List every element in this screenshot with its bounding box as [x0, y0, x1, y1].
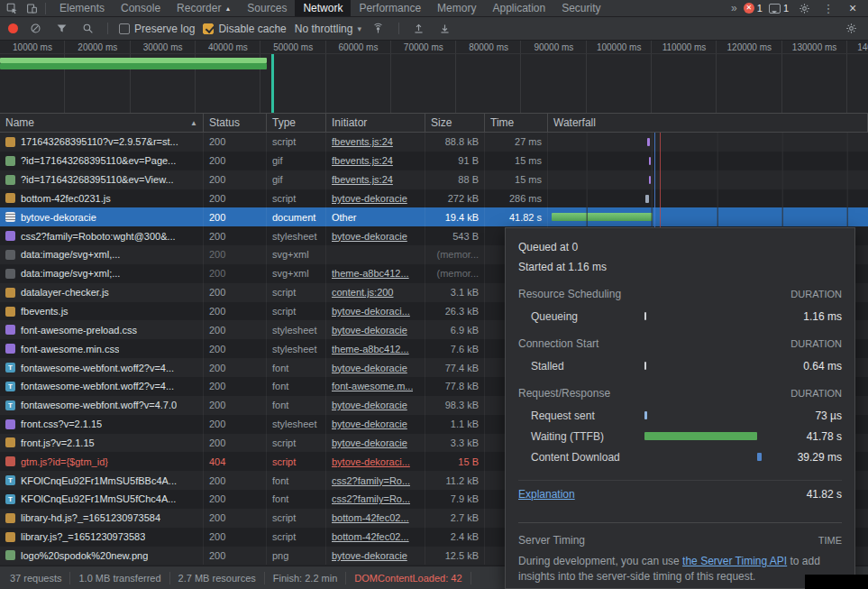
started-at-line: Started at 1.16 ms [518, 257, 842, 277]
initiator-link[interactable]: content.js:200 [332, 287, 394, 298]
tab-recorder[interactable]: Recorder▲ [169, 0, 239, 16]
column-header-waterfall[interactable]: Waterfall [548, 114, 868, 132]
initiator-link[interactable]: fbevents.js:24 [332, 174, 393, 185]
record-button[interactable] [8, 23, 18, 33]
size-cell: 7.6 kB [425, 339, 485, 358]
disable-cache-label: Disable cache [218, 23, 286, 35]
initiator-link[interactable]: fbevents.js:24 [332, 155, 393, 166]
table-row[interactable]: 171643268395110?v=2.9.57&r=st...200scrip… [0, 133, 868, 152]
column-header-name[interactable]: Name▲ [0, 114, 204, 132]
initiator-link[interactable]: fbevents.js:24 [332, 136, 393, 147]
script-file-icon [5, 513, 15, 523]
initiator-link[interactable]: theme-a8bc412... [332, 268, 409, 279]
throttling-select[interactable]: No throttling ▾ [295, 23, 361, 35]
status-cell: 200 [204, 264, 267, 283]
network-conditions-icon[interactable] [370, 17, 388, 40]
tab-application[interactable]: Application [484, 0, 553, 16]
more-menu-icon[interactable]: ⋮ [819, 0, 837, 16]
column-header-size[interactable]: Size [425, 114, 485, 132]
issues-count-badge[interactable]: 1 [769, 3, 789, 14]
close-devtools-icon[interactable]: × [844, 0, 862, 16]
type-cell: font [267, 490, 326, 509]
column-header-time[interactable]: Time [485, 114, 548, 132]
tab-memory[interactable]: Memory [429, 0, 484, 16]
type-cell: script [267, 434, 326, 453]
font-file-icon: T [5, 400, 15, 410]
tab-strip: ElementsConsoleRecorder▲SourcesNetworkPe… [51, 0, 609, 16]
initiator-link[interactable]: bytove-dekoracie [332, 231, 407, 242]
timeline-tick-label: 100000 ms [587, 42, 652, 52]
column-header-status[interactable]: Status [204, 114, 267, 132]
table-row[interactable]: ?id=171643268395110&ev=View...200giffbev… [0, 170, 868, 189]
status-item: 2.7 MB resources [170, 572, 265, 584]
initiator-link[interactable]: bytove-dekoracie [332, 550, 407, 561]
tab-performance[interactable]: Performance [351, 0, 429, 16]
type-cell: stylesheet [267, 226, 326, 245]
timeline-overview[interactable] [0, 54, 868, 113]
name-cell: ?id=171643268395110&ev=Page... [0, 152, 204, 170]
inspect-element-icon[interactable] [3, 0, 21, 16]
divider [107, 23, 108, 34]
initiator-cell: bottom-42fec02... [326, 528, 425, 547]
column-header-type[interactable]: Type [267, 114, 326, 132]
tab-elements[interactable]: Elements [51, 0, 113, 16]
initiator-link[interactable]: bytove-dekoracie [332, 400, 407, 410]
initiator-link[interactable]: bytove-dekoracie [332, 193, 407, 204]
status-cell: 200 [204, 358, 267, 377]
initiator-link[interactable]: theme-a8bc412... [332, 344, 409, 354]
tab-security[interactable]: Security [553, 0, 608, 16]
request-name: font-awesome-preload.css [21, 325, 137, 336]
import-har-icon[interactable] [410, 17, 428, 40]
explanation-link[interactable]: Explanation [518, 488, 575, 501]
tab-console[interactable]: Console [113, 0, 169, 16]
error-count-badge[interactable]: ✕ 1 [744, 3, 763, 14]
size-cell: 3.1 kB [425, 283, 485, 302]
type-cell: script [267, 189, 326, 208]
network-settings-gear-icon[interactable] [842, 17, 860, 40]
initiator-link[interactable]: bytove-dekoracie [332, 437, 407, 448]
table-row[interactable]: bottom-42fec0231.js200scriptbytove-dekor… [0, 189, 868, 208]
note-text-prefix: During development, you can use [518, 555, 682, 567]
initiator-link[interactable]: bytove-dekoracie [332, 325, 407, 336]
overflow-chevron-icon[interactable]: » [731, 2, 737, 14]
initiator-link[interactable]: bytove-dekoracie [332, 363, 407, 373]
time-cell: 286 ms [485, 189, 548, 208]
name-cell: css2?family=Roboto:wght@300&... [0, 226, 204, 245]
initiator-cell: fbevents.js:24 [326, 133, 425, 152]
error-count: 1 [757, 3, 763, 14]
tab-sources[interactable]: Sources [239, 0, 295, 16]
filter-icon[interactable] [52, 17, 70, 40]
initiator-link[interactable]: css2?family=Ro... [332, 493, 410, 504]
status-cell: 200 [204, 490, 267, 509]
phase-duration: 39.29 ms [762, 451, 842, 464]
initiator-link[interactable]: bottom-42fec02... [332, 512, 409, 523]
image-file-icon [5, 175, 15, 185]
name-cell: bottom-42fec0231.js [0, 189, 204, 208]
initiator-link[interactable]: css2?family=Ro... [332, 475, 410, 486]
popup-section-title: Resource Scheduling [518, 288, 621, 300]
request-name: data:image/svg+xml;... [21, 268, 120, 279]
preserve-log-checkbox[interactable]: Preserve log [119, 23, 195, 35]
initiator-link[interactable]: bytove-dekoracie [332, 419, 407, 429]
network-overview-timeline[interactable]: 10000 ms20000 ms30000 ms40000 ms50000 ms… [0, 41, 868, 114]
initiator-link[interactable]: bytove-dekoraci... [332, 306, 410, 317]
svg-file-icon [5, 250, 15, 260]
initiator-link[interactable]: bytove-dekoraci... [332, 456, 410, 467]
table-row[interactable]: bytove-dekoracie200documentOther19.4 kB4… [0, 207, 868, 226]
clear-network-log-icon[interactable] [26, 17, 44, 40]
initiator-link[interactable]: bottom-42fec02... [332, 531, 409, 542]
column-header-label: Size [431, 116, 452, 129]
server-timing-api-link[interactable]: the Server Timing API [682, 555, 787, 567]
column-header-initiator[interactable]: Initiator [326, 114, 425, 132]
search-icon[interactable] [78, 17, 96, 40]
name-cell: TKFOlCnqEu92Fr1MmSU5fBBc4A... [0, 471, 204, 490]
name-cell: Tfontawesome-webfont.woff?v=4.7.0 [0, 396, 204, 415]
disable-cache-checkbox[interactable]: Disable cache [203, 23, 286, 35]
request-name: data:image/svg+xml,... [21, 249, 120, 260]
settings-gear-icon[interactable] [795, 0, 813, 16]
tab-network[interactable]: Network [295, 0, 351, 16]
device-toolbar-icon[interactable] [23, 0, 41, 16]
initiator-link[interactable]: font-awesome.m... [332, 381, 413, 391]
export-har-icon[interactable] [436, 17, 454, 40]
table-row[interactable]: ?id=171643268395110&ev=Page...200giffbev… [0, 152, 868, 170]
